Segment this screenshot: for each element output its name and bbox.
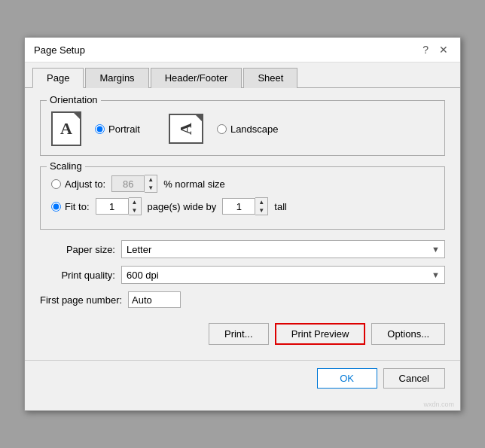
ok-button[interactable]: OK [317, 368, 377, 389]
fit-wide-spinner-btns: ▲ ▼ [129, 197, 142, 215]
first-page-row: First page number: [40, 291, 445, 308]
adjust-up-btn[interactable]: ▲ [145, 175, 157, 184]
landscape-text: Landscape [230, 123, 279, 135]
print-button[interactable]: Print... [209, 323, 269, 345]
fit-wide-suffix: page(s) wide by [148, 201, 217, 212]
fit-tall-suffix: tall [274, 201, 287, 212]
landscape-corner-fold [196, 115, 202, 121]
fit-tall-down-btn[interactable]: ▼ [255, 206, 267, 215]
fit-wide-spinner: ▲ ▼ [96, 197, 142, 215]
print-quality-label: Print quality: [40, 270, 115, 281]
first-page-input[interactable] [128, 291, 181, 308]
tab-page[interactable]: Page [32, 68, 84, 88]
first-page-label: First page number: [40, 294, 122, 306]
landscape-radio[interactable] [217, 124, 227, 134]
paper-size-dropdown[interactable]: Letter ▼ [121, 240, 445, 258]
portrait-radio[interactable] [95, 124, 105, 134]
tab-sheet[interactable]: Sheet [243, 68, 297, 88]
adjust-spinner: ▲ ▼ [111, 175, 157, 193]
fit-wide-input[interactable] [96, 198, 129, 215]
fit-tall-spinner: ▲ ▼ [222, 197, 268, 215]
watermark-text: wxdn.com [423, 401, 454, 408]
adjust-spinner-btns: ▲ ▼ [145, 175, 157, 193]
fit-radio[interactable] [51, 202, 61, 212]
watermark-area: wxdn.com [25, 396, 460, 410]
print-preview-button[interactable]: Print Preview [275, 323, 366, 345]
adjust-row: Adjust to: ▲ ▼ % normal size [51, 175, 434, 193]
orientation-label: Orientation [47, 94, 101, 105]
print-quality-row: Print quality: 600 dpi ▼ [40, 266, 445, 284]
adjust-input[interactable] [111, 175, 145, 192]
fit-label: Fit to: [65, 201, 90, 212]
cancel-button[interactable]: Cancel [383, 368, 445, 389]
dialog-title: Page Setup [34, 44, 85, 56]
portrait-radio-label[interactable]: Portrait [95, 123, 140, 135]
options-button[interactable]: Options... [371, 323, 445, 345]
paper-size-label: Paper size: [40, 244, 115, 255]
fit-wide-up-btn[interactable]: ▲ [129, 198, 141, 206]
paper-size-arrow: ▼ [432, 245, 440, 254]
landscape-radio-label[interactable]: Landscape [217, 123, 279, 135]
orientation-group: Orientation A Portrait A [40, 100, 445, 156]
fit-row: Fit to: ▲ ▼ page(s) wide by ▲ [51, 197, 434, 215]
corner-fold [74, 113, 80, 119]
action-buttons: Print... Print Preview Options... [40, 323, 445, 348]
page-setup-dialog: Page Setup ? ✕ Page Margins Header/Foote… [24, 37, 461, 411]
fit-tall-spinner-btns: ▲ ▼ [255, 197, 268, 215]
landscape-icon-letter: A [176, 123, 196, 135]
adjust-suffix: % normal size [163, 178, 225, 190]
scaling-label: Scaling [47, 160, 85, 172]
tab-header-footer[interactable]: Header/Footer [151, 68, 242, 88]
print-quality-value: 600 dpi [127, 270, 159, 281]
fit-tall-input[interactable] [222, 198, 255, 215]
adjust-down-btn[interactable]: ▼ [145, 184, 157, 192]
adjust-radio-label[interactable]: Adjust to: [51, 178, 105, 190]
title-bar-controls: ? ✕ [419, 44, 451, 56]
scaling-group: Scaling Adjust to: ▲ ▼ % normal siz [40, 166, 445, 230]
tab-content: Orientation A Portrait A [25, 88, 460, 360]
paper-size-value: Letter [127, 244, 151, 255]
print-quality-arrow: ▼ [432, 270, 440, 279]
portrait-icon-letter: A [60, 119, 72, 139]
portrait-text: Portrait [108, 123, 140, 135]
print-quality-dropdown[interactable]: 600 dpi ▼ [121, 266, 445, 284]
tab-margins[interactable]: Margins [85, 68, 148, 88]
tab-bar: Page Margins Header/Footer Sheet [25, 62, 460, 88]
help-button[interactable]: ? [419, 44, 432, 56]
paper-size-row: Paper size: Letter ▼ [40, 240, 445, 258]
landscape-icon: A [169, 114, 203, 144]
adjust-radio[interactable] [51, 179, 61, 189]
portrait-icon: A [51, 111, 81, 146]
title-bar: Page Setup ? ✕ [25, 38, 460, 62]
ok-cancel-row: OK Cancel [25, 360, 460, 396]
fit-tall-up-btn[interactable]: ▲ [255, 198, 267, 206]
close-button[interactable]: ✕ [436, 44, 451, 56]
fit-radio-label[interactable]: Fit to: [51, 201, 90, 212]
orientation-row: A Portrait A [51, 108, 434, 146]
adjust-label: Adjust to: [65, 178, 105, 190]
fit-wide-down-btn[interactable]: ▼ [129, 206, 141, 215]
